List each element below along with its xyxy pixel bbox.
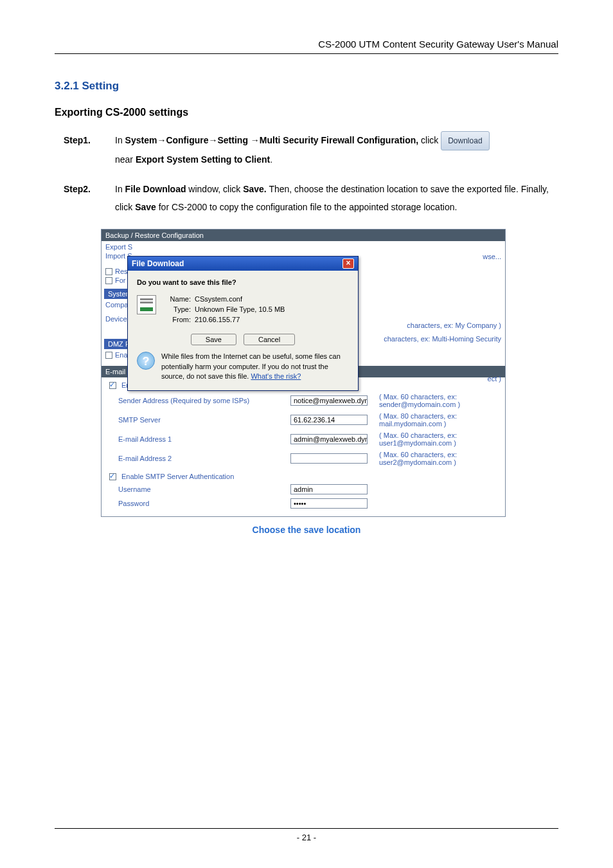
enable-email-checkbox[interactable] [109,382,116,389]
s2b2: Save. [243,184,267,194]
ect-txt: ect ) [488,375,501,383]
step1-body: In System→Configure→Setting →Multi Secur… [115,131,558,168]
step1-path: System→Configure→Setting →Multi Security… [125,135,419,145]
type-val: Unknown File Type, 10.5 MB [195,305,285,313]
smtp-note: ( Max. 80 characters, ex: mail.mydomain.… [379,412,496,428]
step2-body: In File Download window, click Save. The… [115,180,558,216]
for-txt: For [115,276,126,284]
subsection-title: Exporting CS-2000 settings [55,107,558,118]
email1-input[interactable]: admin@myalexweb.dyndr [290,434,368,444]
cancel-button[interactable]: Cancel [244,334,295,345]
section-title: 3.2.1 Setting [55,80,558,93]
s2t2: window, click [186,184,243,194]
type-key: Type: [163,305,195,313]
step1-pre: In [115,135,125,145]
s2b1: File Download [125,184,186,194]
res-txt: Res [115,267,128,275]
browse-peek: wse... [483,253,501,260]
s2t4: for CS-2000 to copy the configuration fi… [156,202,458,212]
sender-note: ( Max. 60 characters, ex: sender@mydomai… [379,393,496,408]
name-key: Name: [163,295,195,303]
dialog-question: Do you want to save this file? [137,278,349,286]
sender-label: Sender Address (Required by some ISPs) [118,397,285,404]
username-label: Username [118,485,285,493]
figure-caption: Choose the save location [55,525,558,535]
email1-note: ( Max. 60 characters, ex: user1@mydomain… [379,431,496,447]
s2t1: In [115,184,125,194]
step2-label: Step2. [64,180,115,216]
screenshot-panel: Backup / Restore Configuration Export Sw… [101,229,506,517]
page-footer: - 21 - [55,828,558,842]
s2b3: Save [135,202,156,212]
hint2: characters, ex: Multi-Homing Security [384,335,501,343]
ena-checkbox[interactable] [105,352,112,359]
export-row: Export Swse... [105,242,502,251]
smtp-label: SMTP Server [118,416,285,424]
step1-post2: . [270,154,272,165]
username-input[interactable]: admin [290,484,368,494]
step1-row: Step1. In System→Configure→Setting →Mult… [55,131,558,168]
enable-smtp-checkbox[interactable] [109,473,116,480]
step1-mid: click [421,135,441,145]
dialog-title-text: File Download [132,259,184,268]
res-checkbox[interactable] [105,268,112,275]
export-txt: Export S [105,243,132,251]
password-input[interactable]: ••••• [290,498,368,509]
email2-input[interactable] [290,453,368,464]
email-section: Enable E-mail Alert Notification Sender … [102,377,505,516]
enable-smtp-row: Enable SMTP Server Authentication [105,471,501,482]
from-key: From: [163,316,195,323]
backup-bar: Backup / Restore Configuration [102,230,505,241]
doc-header: CS-2000 UTM Content Security Gateway Use… [55,39,558,54]
step1-post1: near [115,154,136,165]
download-button[interactable]: Download [441,131,489,150]
close-icon[interactable]: × [342,258,354,269]
password-label: Password [118,500,285,507]
email2-label: E-mail Address 2 [118,455,285,462]
file-icon [137,295,156,314]
save-button[interactable]: Save [191,334,236,345]
risk-link[interactable]: What's the risk? [251,372,301,380]
dialog-titlebar: File Download × [128,257,358,271]
file-download-dialog: File Download × Do you want to save this… [127,256,359,391]
step1-postbold: Export System Setting to Client [136,154,270,165]
step1-label: Step1. [64,131,115,168]
step2-row: Step2. In File Download window, click Sa… [55,180,558,216]
hint1: characters, ex: My Company ) [407,321,501,329]
question-icon: ? [137,352,155,370]
ena-txt: Ena [115,351,128,359]
email2-note: ( Max. 60 characters, ex: user2@mydomain… [379,451,496,466]
for-checkbox[interactable] [105,277,112,284]
name-val: CSsystem.conf [195,295,285,303]
smtp-input[interactable]: 61.62.236.14 [290,415,368,425]
enable-smtp-label: Enable SMTP Server Authentication [121,473,234,480]
email1-label: E-mail Address 1 [118,435,285,443]
sender-input[interactable]: notice@myalexweb.dyndr [290,395,368,406]
from-val: 210.66.155.77 [195,316,285,323]
warn-text: While files from the Internet can be use… [161,352,349,381]
bg-top: Export Swse... Import S Res For System C… [102,241,505,363]
